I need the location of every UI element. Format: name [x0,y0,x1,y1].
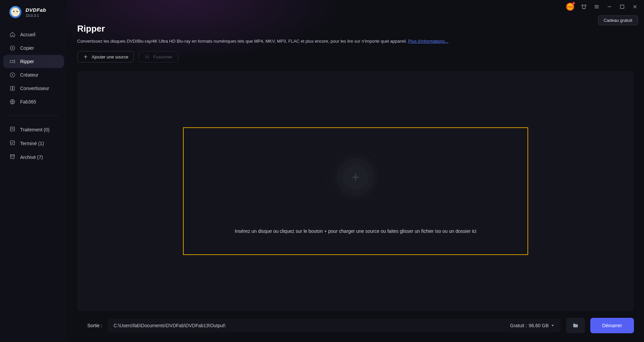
app-root: DVDFab 13.0.3.1 Accueil Copier [0,0,644,342]
svg-rect-4 [10,86,12,90]
merge-button: Fusionner [139,51,178,62]
start-button[interactable]: Démarrer [590,318,634,333]
svg-point-1 [12,47,13,49]
svg-rect-2 [10,60,13,63]
folder-icon [572,323,579,329]
free-badge-icon[interactable]: FREE [566,3,574,11]
footer-bar: Sortie : C:\Users\fab\Documents\DVDFab\D… [77,318,644,342]
converter-icon [9,85,15,91]
merge-icon [144,54,150,59]
check-list-icon [9,140,15,147]
plus-icon [83,54,88,59]
sidebar-item-converter[interactable]: Convertisseur [3,82,64,95]
sidebar-item-processing[interactable]: Traitement (0) [3,123,64,136]
sidebar-item-fab365[interactable]: Fab365 [3,95,64,108]
sidebar-divider [9,116,58,116]
menu-icon[interactable] [594,4,600,10]
output-path-value: C:\Users\fab\Documents\DVDFab\DVDFab13\O… [113,323,225,328]
home-icon [9,32,15,38]
plus-large-icon: + [343,164,368,190]
sidebar-item-label: Ripper [20,59,34,64]
dropzone[interactable]: + Insérez un disque ou cliquez sur le bo… [183,127,528,255]
creator-icon [9,72,15,78]
ripper-icon [9,58,15,65]
sidebar-item-label: Terminé (1) [20,141,44,146]
choose-output-folder-button[interactable] [566,318,585,333]
sidebar: DVDFab 13.0.3.1 Accueil Copier [0,0,67,342]
svg-rect-10 [620,5,624,9]
action-row: Ajouter une source Fusionner [77,51,644,62]
sidebar-item-home[interactable]: Accueil [3,28,64,41]
app-logo-icon [9,6,21,18]
page-title: Ripper [77,24,644,34]
queue-nav: Traitement (0) Terminé (1) Archivé (7) [0,121,67,166]
dropzone-panel: + Insérez un disque ou cliquez sur le bo… [77,71,634,311]
svg-rect-5 [13,86,14,90]
sidebar-item-archived[interactable]: Archivé (7) [3,150,64,164]
free-space-label: Gratuit : [510,323,527,328]
sidebar-item-finished[interactable]: Terminé (1) [3,136,64,150]
archive-icon [9,154,15,161]
svg-rect-7 [10,127,14,131]
sidebar-item-ripper[interactable]: Ripper [3,55,64,68]
minimize-icon[interactable] [606,4,612,10]
window-titlebar: FREE [67,0,644,13]
maximize-icon[interactable] [619,4,625,10]
output-label: Sortie : [87,323,102,328]
page-description: Convertissez les disques DVD/Blu-ray/4K … [77,39,616,44]
gift-button-label: Cadeau gratuit [604,18,632,23]
primary-nav: Accueil Copier Ripper Créateur [0,26,67,111]
output-path-field[interactable]: C:\Users\fab\Documents\DVDFab\DVDFab13\O… [107,319,561,332]
main-area: FREE Cadeau gratuit Ripper Co [67,0,644,342]
start-button-label: Démarrer [602,323,622,328]
sidebar-item-label: Créateur [20,72,38,78]
shirt-icon[interactable] [581,4,587,10]
dropzone-hint: Insérez un disque ou cliquez sur le bout… [228,228,483,234]
globe-icon [9,99,15,105]
gift-button[interactable]: Cadeau gratuit [598,15,638,25]
sidebar-item-label: Fab365 [20,99,36,104]
svg-point-0 [10,46,15,50]
add-source-button[interactable]: Ajouter une source [77,51,134,62]
chevron-down-icon [551,324,555,328]
app-version: 13.0.3.1 [26,13,46,17]
logo-block: DVDFab 13.0.3.1 [0,6,67,26]
disc-icon [9,45,15,51]
merge-label: Fusionner [153,54,173,59]
free-space-value: 96.60 GB [529,323,549,328]
sidebar-item-label: Accueil [20,32,35,37]
sidebar-item-copy[interactable]: Copier [3,42,64,54]
more-info-link[interactable]: Plus d'informations... [408,39,448,44]
svg-rect-9 [10,155,14,156]
free-space-dropdown[interactable]: Gratuit : 96.60 GB [510,323,555,328]
sidebar-item-label: Traitement (0) [20,127,49,132]
sidebar-item-label: Convertisseur [20,86,49,91]
content: Ripper Convertissez les disques DVD/Blu-… [67,13,644,342]
list-icon [9,126,15,133]
sidebar-item-creator[interactable]: Créateur [3,69,64,81]
dropzone-circle[interactable]: + [327,148,384,206]
brand-name: DVDFab [26,7,46,13]
add-source-label: Ajouter une source [92,54,128,59]
close-icon[interactable] [632,4,638,10]
sidebar-item-label: Archivé (7) [20,155,43,160]
sidebar-item-label: Copier [20,45,34,51]
